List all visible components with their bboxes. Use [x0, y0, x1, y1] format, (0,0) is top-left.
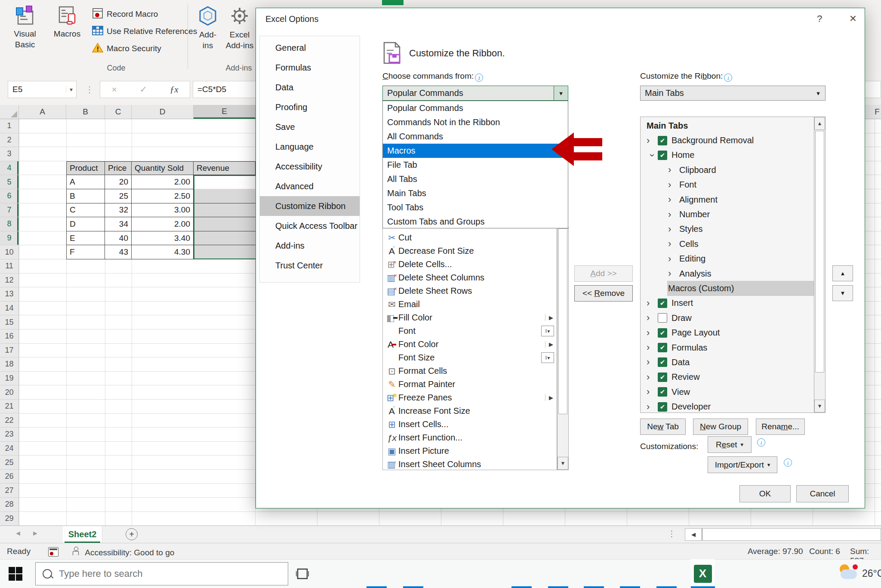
qty-cell[interactable]: 2.00 — [132, 175, 194, 189]
product-cell[interactable]: B — [66, 189, 105, 203]
product-cell[interactable]: D — [66, 217, 105, 231]
choose-commands-dropdown-icon[interactable]: ▾ — [554, 86, 568, 100]
nav-item[interactable]: Advanced — [260, 176, 360, 196]
add-button[interactable]: Add >> — [574, 265, 633, 282]
price-cell[interactable]: 34 — [105, 217, 132, 231]
row-header[interactable]: 1 — [0, 119, 18, 133]
nav-item[interactable]: Customize Ribbon — [260, 196, 360, 216]
checkbox[interactable]: ✔ — [658, 136, 667, 145]
horizontal-scrollbar[interactable]: ◀ — [685, 528, 881, 541]
excel-add-ins-button[interactable]: Excel Add-ins — [224, 5, 256, 65]
table-header-revenue[interactable]: Revenue — [194, 161, 256, 175]
ribbon-tree-item[interactable]: › Cells — [641, 237, 825, 251]
checkbox[interactable]: ✔ — [658, 151, 667, 160]
ribbon-tree-item[interactable]: › ✔ Review — [641, 370, 825, 385]
column-header-e[interactable]: E — [194, 105, 256, 119]
command-item[interactable]: ▤× Delete Sheet Rows — [383, 284, 557, 298]
accessibility-button[interactable]: Accessibility: Good to go — [72, 547, 174, 557]
product-cell[interactable]: A — [66, 175, 105, 189]
chevron-icon[interactable]: › — [647, 314, 658, 322]
row-header[interactable]: 12 — [0, 274, 18, 288]
product-cell[interactable]: F — [66, 245, 105, 259]
row-header[interactable]: 25 — [0, 456, 18, 470]
checkbox[interactable]: ✔ — [658, 373, 667, 382]
row-header[interactable]: 23 — [0, 428, 18, 442]
command-item[interactable]: Font I▾ — [383, 324, 557, 338]
ribbon-tree-item[interactable]: › ✔ Background Removal — [641, 133, 825, 148]
chevron-icon[interactable]: › — [647, 403, 658, 411]
ribbon-tree-item[interactable]: › Editing — [641, 252, 825, 266]
chevron-icon[interactable]: › — [668, 269, 679, 278]
insert-function-fx-icon[interactable]: ƒx — [170, 84, 179, 95]
nav-item[interactable]: Quick Access Toolbar — [260, 216, 360, 236]
dropdown-option[interactable]: Macros — [383, 144, 568, 158]
move-up-icon[interactable]: ▲ — [832, 265, 853, 281]
row-header[interactable]: 18 — [0, 357, 18, 372]
product-cell[interactable]: E — [66, 231, 105, 246]
scroll-up-icon[interactable]: ▲ — [814, 117, 825, 130]
chevron-icon[interactable]: › — [668, 181, 679, 189]
dropdown-option[interactable]: All Tabs — [383, 172, 568, 186]
sheet-tab[interactable]: Sheet2 — [63, 526, 102, 543]
row-header[interactable]: 16 — [0, 329, 18, 344]
scroll-down-icon[interactable]: ▼ — [558, 457, 568, 470]
next-sheet-icon[interactable]: ► — [32, 530, 39, 537]
import-export-button[interactable]: Import/Export▾ — [708, 456, 777, 473]
column-header-d[interactable]: D — [132, 105, 194, 119]
table-header-product[interactable]: Product — [66, 161, 105, 175]
commands-scrollbar[interactable]: ▼ — [557, 227, 569, 470]
dropdown-option[interactable]: Commands Not in the Ribbon — [383, 115, 568, 129]
ribbon-tree-item[interactable]: › ✔ Page Layout — [641, 325, 825, 340]
macro-security-button[interactable]: Macro Security — [92, 42, 161, 55]
qty-cell[interactable]: 3.00 — [132, 203, 194, 218]
row-header[interactable]: 17 — [0, 344, 18, 358]
column-header-a[interactable]: A — [19, 105, 66, 119]
scroll-down-icon[interactable]: ▼ — [814, 400, 825, 413]
checkbox[interactable]: ✔ — [658, 343, 667, 352]
customize-ribbon-combo[interactable]: Main Tabs ▾ — [640, 86, 826, 101]
taskbar-search[interactable] — [35, 562, 288, 585]
ribbon-tree-item[interactable]: › Number — [641, 207, 825, 222]
command-item[interactable]: ◧▂ Fill Color ▶ — [383, 311, 557, 324]
excel-icon[interactable]: X — [693, 563, 713, 584]
ribbon-tree-item[interactable]: › Alignment — [641, 192, 825, 207]
remove-button[interactable]: << Remove — [574, 285, 633, 302]
dropdown-option[interactable]: All Commands — [383, 129, 568, 144]
row-header[interactable]: 14 — [0, 302, 18, 316]
chevron-icon[interactable]: › — [668, 240, 679, 248]
choose-commands-combo[interactable]: Popular Commands ▾ — [382, 86, 568, 101]
scroll-left-icon[interactable]: ◀ — [685, 529, 702, 540]
row-header[interactable]: 13 — [0, 287, 18, 302]
command-item[interactable]: ▥× Delete Sheet Columns — [383, 271, 557, 284]
macro-record-button[interactable] — [48, 547, 59, 557]
ribbon-tree-item[interactable]: › Clipboard — [641, 163, 825, 177]
ribbon-tree-item[interactable]: › ✔ Insert — [641, 296, 825, 311]
qty-cell[interactable]: 3.40 — [132, 231, 194, 246]
chevron-icon[interactable]: › — [647, 136, 658, 145]
start-button[interactable] — [9, 567, 22, 581]
search-input[interactable] — [58, 568, 249, 580]
cancel-formula-icon[interactable]: × — [111, 84, 117, 95]
dropdown-option[interactable]: Popular Commands — [383, 101, 568, 115]
nav-item[interactable]: Data — [260, 77, 360, 97]
column-header-c[interactable]: C — [105, 105, 132, 119]
nav-item[interactable]: General — [260, 38, 360, 58]
chevron-icon[interactable]: › — [668, 225, 679, 234]
row-header[interactable]: 28 — [0, 498, 18, 512]
new-sheet-icon[interactable]: + — [126, 528, 138, 540]
cancel-button[interactable]: Cancel — [796, 485, 849, 502]
macros-button[interactable]: Macros — [46, 5, 89, 65]
close-icon[interactable]: × — [844, 12, 863, 25]
visual-basic-button[interactable]: Visual Basic — [5, 5, 45, 65]
tab-splitter-handle[interactable]: ⋮ — [668, 529, 676, 539]
prev-sheet-icon[interactable]: ◄ — [15, 530, 22, 537]
name-box[interactable]: E5 ▾ — [8, 81, 77, 98]
select-all-corner[interactable] — [0, 105, 19, 119]
ribbon-tree-item[interactable]: › Font — [641, 178, 825, 192]
chevron-icon[interactable]: › — [668, 255, 679, 263]
ribbon-tree-item[interactable]: › ✔ Formulas — [641, 340, 825, 355]
chevron-icon[interactable]: › — [668, 210, 679, 219]
ribbon-tree-item[interactable]: › ✔ View — [641, 385, 825, 399]
price-cell[interactable]: 32 — [105, 203, 132, 218]
move-down-icon[interactable]: ▼ — [832, 285, 853, 301]
